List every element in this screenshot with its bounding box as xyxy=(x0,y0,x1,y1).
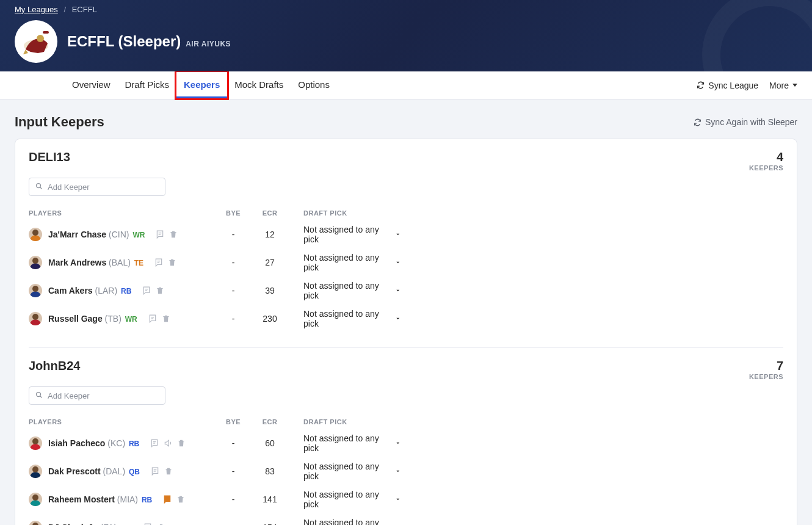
tab-draft-picks[interactable]: Draft Picks xyxy=(118,72,177,98)
player-row: Dak Prescott (DAL) QB - 83 Not assigned … xyxy=(29,457,783,485)
add-keeper-input[interactable]: Add Keeper xyxy=(29,386,165,405)
more-dropdown[interactable]: More xyxy=(769,81,797,90)
keeper-count-number: 4 xyxy=(749,150,783,164)
player-bye: - xyxy=(218,258,248,267)
col-header-draft-pick: DRAFT PICK xyxy=(291,209,401,217)
more-label: More xyxy=(769,81,789,90)
player-ecr: 27 xyxy=(248,258,291,267)
team-block: JohnB24 7 KEEPERS Add Keeper PLAYERS BYE… xyxy=(29,347,783,525)
sound-icon[interactable] xyxy=(164,439,172,447)
player-position: TE xyxy=(134,259,143,267)
trash-icon[interactable] xyxy=(169,230,178,239)
note-icon[interactable] xyxy=(148,314,157,323)
note-icon[interactable] xyxy=(154,258,163,267)
add-keeper-input[interactable]: Add Keeper xyxy=(29,178,165,196)
keeper-count: 7 KEEPERS xyxy=(749,359,783,380)
draft-pick-select[interactable]: Not assigned to any pick xyxy=(303,518,401,525)
player-bye: - xyxy=(218,494,248,504)
add-keeper-placeholder: Add Keeper xyxy=(48,391,90,400)
note-icon[interactable] xyxy=(150,439,159,447)
player-ecr: 230 xyxy=(248,314,291,324)
player-headshot xyxy=(29,284,42,297)
note-icon[interactable] xyxy=(156,230,164,239)
chevron-down-icon xyxy=(395,496,401,502)
player-ecr: 60 xyxy=(248,438,291,448)
player-team: (FA) xyxy=(101,523,117,525)
player-team: (CIN) xyxy=(109,230,129,239)
trash-icon[interactable] xyxy=(162,314,170,323)
player-team: (KC) xyxy=(107,438,125,448)
league-subtitle: AIR AIYUKS xyxy=(186,40,231,48)
trash-icon[interactable] xyxy=(176,495,185,504)
trash-icon[interactable] xyxy=(164,467,173,476)
player-ecr: 12 xyxy=(248,230,291,239)
draft-pick-value: Not assigned to any pick xyxy=(303,433,393,453)
player-headshot xyxy=(29,228,42,241)
draft-pick-value: Not assigned to any pick xyxy=(303,281,393,300)
player-position: QB xyxy=(129,468,140,476)
player-name: Ja'Marr Chase xyxy=(48,230,106,239)
chevron-down-icon xyxy=(395,288,401,294)
draft-pick-value: Not assigned to any pick xyxy=(303,253,393,272)
draft-pick-select[interactable]: Not assigned to any pick xyxy=(303,309,401,328)
player-name: Mark Andrews xyxy=(48,258,106,267)
tab-options[interactable]: Options xyxy=(291,72,337,98)
player-headshot xyxy=(29,312,42,325)
player-ecr: 39 xyxy=(248,286,291,295)
player-name: Raheem Mostert xyxy=(48,494,115,504)
tab-overview[interactable]: Overview xyxy=(65,72,118,98)
player-name: Russell Gage xyxy=(48,314,103,324)
trash-icon[interactable] xyxy=(156,286,164,295)
caret-down-icon xyxy=(792,84,797,87)
chevron-down-icon xyxy=(395,440,401,446)
league-avatar xyxy=(15,20,57,63)
svg-point-1 xyxy=(37,35,44,42)
player-bye: - xyxy=(218,286,248,295)
breadcrumb-current: ECFFL xyxy=(72,5,97,14)
player-ecr: 154 xyxy=(248,523,291,525)
teams-card: DELI13 4 KEEPERS Add Keeper PLAYERS BYE … xyxy=(15,139,797,525)
trash-icon[interactable] xyxy=(168,258,176,267)
sync-league-button[interactable]: Sync League xyxy=(697,81,758,90)
player-ecr: 83 xyxy=(248,466,291,476)
chevron-down-icon xyxy=(395,316,401,322)
player-bye: - xyxy=(218,523,248,525)
avatar-art xyxy=(20,25,53,58)
search-icon xyxy=(35,391,43,400)
draft-pick-value: Not assigned to any pick xyxy=(303,462,393,481)
svg-line-4 xyxy=(40,187,42,189)
league-header: My Leagues / ECFFL ECFFL (Sleeper) AIR A… xyxy=(0,0,812,71)
draft-pick-select[interactable]: Not assigned to any pick xyxy=(303,253,401,272)
note-icon[interactable] xyxy=(163,495,172,504)
trash-icon[interactable] xyxy=(177,439,186,447)
draft-pick-select[interactable]: Not assigned to any pick xyxy=(303,490,401,509)
player-name: Dak Prescott xyxy=(48,466,101,476)
player-team: (TB) xyxy=(105,314,121,324)
league-title: ECFFL (Sleeper) xyxy=(67,33,181,49)
sync-league-label: Sync League xyxy=(708,81,758,90)
note-icon[interactable] xyxy=(142,286,151,295)
player-name: DJ Chark Jr. xyxy=(48,523,98,525)
player-team: (MIA) xyxy=(117,494,138,504)
sync-again-button[interactable]: Sync Again with Sleeper xyxy=(694,117,797,127)
table-header: PLAYERS BYE ECR DRAFT PICK xyxy=(29,415,783,429)
keeper-count: 4 KEEPERS xyxy=(749,150,783,172)
player-row: Cam Akers (LAR) RB - 39 Not assigned to … xyxy=(29,277,783,305)
player-bye: - xyxy=(218,314,248,324)
table-header: PLAYERS BYE ECR DRAFT PICK xyxy=(29,206,783,220)
page-title: Input Keepers xyxy=(15,114,104,130)
breadcrumb-parent-link[interactable]: My Leagues xyxy=(15,5,58,14)
draft-pick-select[interactable]: Not assigned to any pick xyxy=(303,225,401,244)
draft-pick-select[interactable]: Not assigned to any pick xyxy=(303,281,401,300)
player-position: RB xyxy=(142,496,152,504)
tab-mock-drafts[interactable]: Mock Drafts xyxy=(227,72,291,98)
note-icon[interactable] xyxy=(151,467,159,476)
player-headshot xyxy=(29,465,42,478)
draft-pick-select[interactable]: Not assigned to any pick xyxy=(303,462,401,481)
player-bye: - xyxy=(218,230,248,239)
col-header-draft-pick: DRAFT PICK xyxy=(291,418,401,425)
tab-keepers[interactable]: Keepers xyxy=(176,72,227,98)
refresh-icon xyxy=(694,118,701,126)
keeper-count-label: KEEPERS xyxy=(749,164,783,172)
draft-pick-select[interactable]: Not assigned to any pick xyxy=(303,433,401,453)
